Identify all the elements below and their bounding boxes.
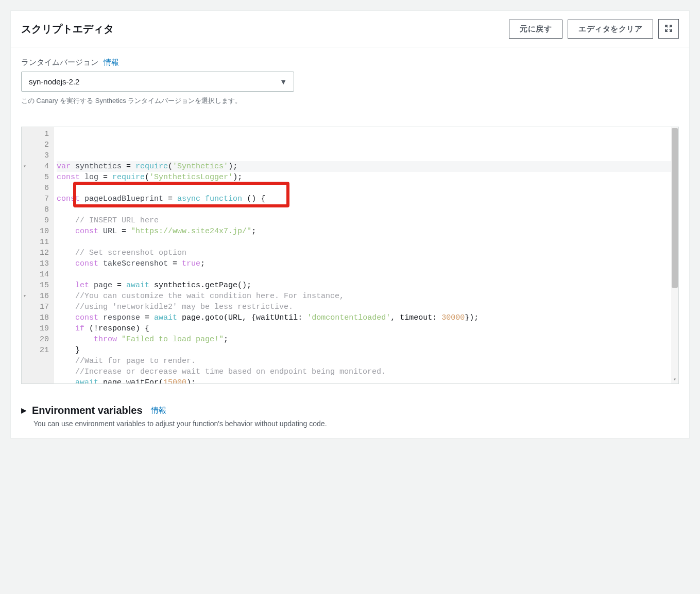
runtime-help-text: この Canary を実行する Synthetics ランタイムバージョンを選択… — [21, 96, 294, 106]
code-line[interactable]: const takeScreenshot = true; — [57, 258, 671, 269]
script-editor-panel: スクリプトエディタ 元に戻す エディタをクリア ランタイムバージョン 情報 — [10, 10, 690, 439]
gutter-line: 19 — [22, 323, 49, 334]
code-line[interactable] — [57, 269, 671, 280]
runtime-select-wrap: syn-nodejs-2.2 ▼ — [21, 72, 294, 92]
gutter-line: 1 — [22, 129, 49, 139]
gutter-line: 13 — [22, 258, 49, 269]
gutter-line: 16 — [22, 291, 49, 302]
panel-title: スクリプトエディタ — [21, 22, 114, 36]
reset-button[interactable]: 元に戻す — [509, 20, 562, 39]
gutter-line: 5 — [22, 172, 49, 183]
clear-editor-button[interactable]: エディタをクリア — [568, 20, 653, 39]
gutter-line: 20 — [22, 334, 49, 345]
fullscreen-button[interactable] — [658, 19, 679, 39]
gutter-line: 7 — [22, 194, 49, 204]
editor-scrollbar[interactable]: ▴ ▾ — [671, 127, 678, 383]
runtime-version-label: ランタイムバージョン 情報 — [21, 58, 679, 67]
code-line[interactable]: } — [57, 345, 671, 356]
code-line[interactable]: const response = await page.goto(URL, {w… — [57, 312, 671, 323]
caret-right-icon: ▶ — [21, 406, 27, 414]
panel-header: スクリプトエディタ 元に戻す エディタをクリア — [11, 11, 689, 47]
code-editor[interactable]: 123456789101112131415161718192021 var sy… — [21, 127, 679, 384]
code-line[interactable]: var synthetics = require('Synthetics'); — [57, 161, 671, 172]
code-line[interactable]: throw "Failed to load page!"; — [57, 334, 671, 345]
gutter-line: 8 — [22, 204, 49, 215]
gutter-line: 15 — [22, 280, 49, 291]
code-line[interactable]: //You can customize the wait condition h… — [57, 291, 671, 302]
code-line[interactable]: if (!response) { — [57, 323, 671, 334]
code-line[interactable] — [57, 183, 671, 194]
runtime-version-select[interactable]: syn-nodejs-2.2 — [21, 72, 294, 92]
header-actions: 元に戻す エディタをクリア — [509, 19, 679, 39]
code-line[interactable]: // INSERT URL here — [57, 215, 671, 226]
gutter-line: 11 — [22, 237, 49, 248]
panel-body: ランタイムバージョン 情報 syn-nodejs-2.2 ▼ この Canary… — [11, 47, 689, 438]
gutter-line: 14 — [22, 269, 49, 280]
gutter-line: 2 — [22, 139, 49, 150]
code-line[interactable]: // Set screenshot option — [57, 248, 671, 258]
gutter-line: 21 — [22, 345, 49, 356]
gutter-line: 12 — [22, 248, 49, 258]
editor-gutter: 123456789101112131415161718192021 — [22, 127, 54, 383]
gutter-line: 9 — [22, 215, 49, 226]
gutter-line: 6 — [22, 183, 49, 194]
code-line[interactable] — [57, 237, 671, 248]
env-vars-title: Environment variables — [32, 405, 143, 416]
code-line[interactable]: //Increase or decrease wait time based o… — [57, 366, 671, 377]
code-line[interactable]: await page.waitFor(15000); — [57, 377, 671, 383]
runtime-info-link[interactable]: 情報 — [104, 58, 119, 66]
editor-code-area[interactable]: var synthetics = require('Synthetics');c… — [54, 127, 671, 383]
scroll-thumb[interactable] — [672, 128, 678, 288]
expand-icon — [664, 24, 673, 34]
code-line[interactable]: const pageLoadBlueprint = async function… — [57, 194, 671, 204]
gutter-line: 3 — [22, 150, 49, 161]
code-line[interactable]: //Wait for page to render. — [57, 356, 671, 366]
scroll-down-icon: ▾ — [671, 376, 678, 383]
code-line[interactable]: let page = await synthetics.getPage(); — [57, 280, 671, 291]
gutter-line: 18 — [22, 312, 49, 323]
code-line[interactable]: const log = require('SyntheticsLogger'); — [57, 172, 671, 183]
env-vars-header[interactable]: ▶ Environment variables 情報 — [21, 405, 679, 416]
env-info-link[interactable]: 情報 — [151, 406, 166, 415]
code-line[interactable]: const URL = "https://www.site24x7.jp/"; — [57, 226, 671, 237]
gutter-line: 17 — [22, 302, 49, 312]
gutter-line: 10 — [22, 226, 49, 237]
code-line[interactable] — [57, 204, 671, 215]
env-vars-description: You can use environment variables to adj… — [33, 420, 679, 428]
code-line[interactable]: //using 'networkidle2' may be less restr… — [57, 302, 671, 312]
gutter-line: 4 — [22, 161, 49, 172]
